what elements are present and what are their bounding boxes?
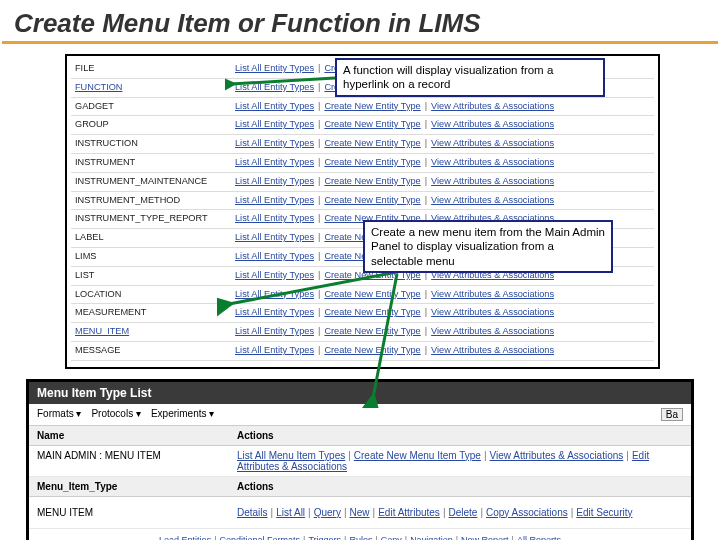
separator: | [425, 118, 427, 132]
entity-actions: List All Entity Types|Create New Entity … [235, 100, 650, 114]
action-link[interactable]: List All Entity Types [235, 175, 314, 189]
action-link[interactable]: View Attributes & Associations [431, 156, 554, 170]
action-link[interactable]: All Reports [517, 535, 561, 540]
action-link[interactable]: Create New Entity Type [324, 118, 420, 132]
entity-actions: List All Entity Types|Create New Entity … [235, 344, 650, 358]
action-link[interactable]: Create New Menu Item Type [354, 450, 481, 461]
separator: | [425, 100, 427, 114]
separator: | [318, 118, 320, 132]
action-link[interactable]: View Attributes & Associations [431, 306, 554, 320]
entity-link-menu_item[interactable]: MENU_ITEM [75, 326, 129, 336]
action-link[interactable]: List All Entity Types [235, 62, 314, 76]
action-link[interactable]: View Attributes & Associations [431, 118, 554, 132]
col-name: Name [29, 426, 229, 445]
action-link[interactable]: List All Entity Types [235, 156, 314, 170]
action-link[interactable]: List All Entity Types [235, 212, 314, 226]
action-link[interactable]: View Attributes & Associations [431, 344, 554, 358]
action-link[interactable]: List All Entity Types [235, 269, 314, 283]
action-link[interactable]: List All Entity Types [235, 118, 314, 132]
separator: | [318, 100, 320, 114]
action-link[interactable]: Create New Entity Type [324, 325, 420, 339]
separator: | [425, 175, 427, 189]
action-link[interactable]: Create New Entity Type [324, 100, 420, 114]
action-link[interactable]: List All Entity Types [235, 306, 314, 320]
action-link[interactable]: List All Entity Types [235, 137, 314, 151]
toolbar-formats[interactable]: Formats ▾ [37, 408, 81, 421]
action-link[interactable]: Details [237, 507, 268, 518]
action-link[interactable]: Copy [381, 535, 402, 540]
action-link[interactable]: View Attributes & Associations [431, 194, 554, 208]
action-link[interactable]: Rules [349, 535, 372, 540]
separator: | [402, 535, 410, 540]
action-link[interactable]: Create New Entity Type [324, 344, 420, 358]
title-rule [2, 41, 718, 44]
action-link[interactable]: List All Entity Types [235, 231, 314, 245]
action-link[interactable]: Edit Security [576, 507, 632, 518]
entity-name: INSTRUMENT_MAINTENANCE [75, 175, 235, 189]
action-link[interactable]: List All Menu Item Types [237, 450, 345, 461]
separator: | [425, 194, 427, 208]
separator: | [318, 212, 320, 226]
panel2-toolbar: Formats ▾ Protocols ▾ Experiments ▾ Ba [29, 404, 691, 426]
action-link[interactable]: List All Entity Types [235, 325, 314, 339]
toolbar-protocols[interactable]: Protocols ▾ [91, 408, 140, 421]
separator: | [345, 450, 354, 461]
action-link[interactable]: List All Entity Types [235, 250, 314, 264]
action-link[interactable]: Create New Entity Type [324, 288, 420, 302]
subcol-name: Menu_Item_Type [29, 477, 229, 496]
separator: | [305, 507, 314, 518]
action-link[interactable]: Create New Entity Type [324, 194, 420, 208]
entity-name: LIST [75, 269, 235, 283]
entity-actions: List All Entity Types|Create New Entity … [235, 175, 650, 189]
action-link[interactable]: Create New Entity Type [324, 156, 420, 170]
entity-name: GADGET [75, 100, 235, 114]
action-link[interactable]: List All Entity Types [235, 81, 314, 95]
action-link[interactable]: Navigation [410, 535, 453, 540]
action-link[interactable]: New [350, 507, 370, 518]
action-link[interactable]: New Report [461, 535, 509, 540]
separator: | [372, 535, 380, 540]
entity-name: MESSAGE [75, 344, 235, 358]
action-link[interactable]: Create New Entity Type [324, 137, 420, 151]
entity-row: MENU_ITEMList All Entity Types|Create Ne… [71, 323, 654, 342]
entity-row: INSTRUCTIONList All Entity Types|Create … [71, 135, 654, 154]
action-link[interactable]: List All Entity Types [235, 100, 314, 114]
separator: | [318, 325, 320, 339]
action-link[interactable]: Triggers [308, 535, 341, 540]
table-head: Name Actions [29, 426, 691, 446]
entity-actions: List All Entity Types|Create New Entity … [235, 118, 650, 132]
action-link[interactable]: List All Entity Types [235, 288, 314, 302]
entity-row: MEASUREMENTList All Entity Types|Create … [71, 304, 654, 323]
action-link[interactable]: Query [314, 507, 341, 518]
separator: | [370, 507, 379, 518]
separator: | [318, 306, 320, 320]
entity-link-function[interactable]: FUNCTION [75, 82, 122, 92]
action-link[interactable]: Load Entities [159, 535, 211, 540]
action-link[interactable]: Edit Attributes [378, 507, 440, 518]
action-link[interactable]: View Attributes & Associations [431, 100, 554, 114]
action-link[interactable]: List All Entity Types [235, 194, 314, 208]
panel2-footer: Load Entities|Conditional Formats|Trigge… [29, 529, 691, 540]
entity-types-panel: FILEList All Entity Types|Create New Ent… [65, 54, 660, 369]
entity-name: FILE [75, 62, 235, 76]
action-link[interactable]: View Attributes & Associations [431, 325, 554, 339]
action-link[interactable]: List All [276, 507, 305, 518]
action-link[interactable]: View Attributes & Associations [431, 175, 554, 189]
action-link[interactable]: View Attributes & Associations [431, 288, 554, 302]
action-link[interactable]: View Attributes & Associations [490, 450, 624, 461]
action-link[interactable]: Copy Associations [486, 507, 568, 518]
callout-function: A function will display visualization fr… [335, 58, 605, 97]
separator: | [425, 288, 427, 302]
separator: | [481, 450, 490, 461]
action-link[interactable]: View Attributes & Associations [431, 137, 554, 151]
batch-button[interactable]: Ba [661, 408, 683, 421]
action-link[interactable]: Create New Entity Type [324, 306, 420, 320]
action-link[interactable]: Create New Entity Type [324, 175, 420, 189]
toolbar-experiments[interactable]: Experiments ▾ [151, 408, 214, 421]
action-link[interactable]: List All Entity Types [235, 344, 314, 358]
entity-row: INSTRUMENTList All Entity Types|Create N… [71, 154, 654, 173]
separator: | [318, 137, 320, 151]
action-link[interactable]: Delete [448, 507, 477, 518]
action-link[interactable]: Conditional Formats [219, 535, 300, 540]
separator: | [341, 507, 350, 518]
